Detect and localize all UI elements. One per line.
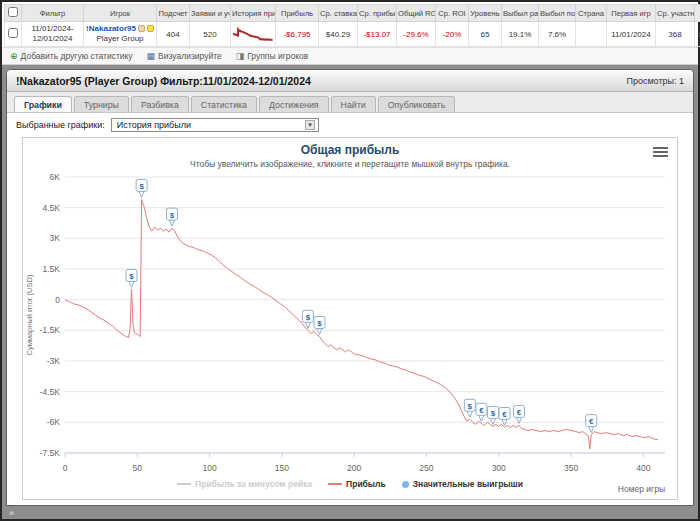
profit-line-chart[interactable]: 6K4.5K3K1.5K0-1.5K-3K-4.5K-6K-7.5K050100… [23,169,675,479]
avg-entrants-cell: 368 [656,22,695,47]
avg-roi-cell: -20% [436,22,469,47]
col-header-filter[interactable]: Фильтр [22,5,84,22]
views-counter: Просмотры: 1 [626,76,684,86]
svg-text:250: 250 [419,463,433,473]
tab-graphs[interactable]: Графики [14,96,72,112]
chart-menu-button[interactable] [653,145,668,159]
legend-item[interactable]: Прибыль [328,479,386,489]
svg-text:€: € [502,410,507,419]
add-statistic-button[interactable]: ⊕ Добавить другую статистику [10,51,133,61]
player-groups-button[interactable]: ◨ Группы игроков [236,51,309,61]
svg-text:150: 150 [275,463,289,473]
stats-section: Фильтр Игрок Подсчет Заявки и учас Истор… [2,2,698,47]
player-groups-label: Группы игроков [247,51,308,61]
chart-subtitle: Чтобы увеличить изображение, кликните и … [23,157,677,169]
player-link[interactable]: !Nakazator95 [86,24,136,33]
chart-legend: Прибыль за минусом рейкаПрибыльЗначитель… [23,479,677,494]
col-header-profit[interactable]: Прибыль [276,5,319,22]
visualize-label: Визуализируйте [158,51,222,61]
svg-text:$: $ [129,272,134,281]
tab-statistics[interactable]: Статистика [191,96,257,112]
col-header-total-roi[interactable]: Общий ROI [397,5,436,22]
legend-item[interactable]: Значительные выигрыши [402,479,523,489]
graph-selector-label: Выбранные графики: [16,120,105,130]
filter-date-from: 11/01/2024- [23,24,82,34]
visualize-button[interactable]: ▦ Визуализируйте [147,51,222,61]
table-header-row: Фильтр Игрок Подсчет Заявки и учас Истор… [5,5,700,22]
filter-cell: 11/01/2024- 12/01/2024 [22,22,84,47]
svg-text:0: 0 [63,463,68,473]
app-window: Фильтр Игрок Подсчет Заявки и учас Истор… [2,2,698,519]
svg-text:$: $ [139,182,144,191]
graph-selector-dropdown[interactable]: История прибыли ▾ [111,118,319,132]
svg-text:4.5K: 4.5K [43,203,61,213]
stats-table: Фильтр Игрок Подсчет Заявки и учас Истор… [4,4,700,47]
tab-publish[interactable]: Опубликовать [378,96,456,112]
col-header-avg-roi[interactable]: Ср. ROI [436,5,469,22]
tab-breakdown[interactable]: Разбивка [131,96,189,112]
svg-text:100: 100 [202,463,216,473]
col-header-entries[interactable]: Заявки и учас [190,5,231,22]
profit-sparkline[interactable] [232,27,274,42]
tab-achievements[interactable]: Достижения [259,96,329,112]
legend-dot-swatch [402,481,409,488]
tab-bar: Графики Турниры Разбивка Статистика Дост… [7,92,693,113]
legend-line-swatch [328,483,342,485]
svg-text:€: € [517,408,522,417]
col-header-avg-profit[interactable]: Ср. прибы [358,5,397,22]
svg-text:6K: 6K [50,172,61,182]
svg-text:300: 300 [492,463,506,473]
svg-text:-1.5K: -1.5K [40,325,61,335]
svg-text:-4.5K: -4.5K [40,387,61,397]
svg-text:$: $ [491,409,496,418]
svg-text:-3K: -3K [47,356,61,366]
elim-early-cell: 19.1% [502,22,539,47]
svg-text:$: $ [170,211,175,220]
svg-text:$: $ [468,402,473,411]
country-cell [576,22,607,47]
avg-stake-cell: $40.29 [319,22,358,47]
player-group-label: Player Group [85,34,155,44]
tab-find[interactable]: Найти [331,96,376,112]
total-roi-cell: -29.6% [397,22,436,47]
svg-text:-7.5K: -7.5K [40,448,61,458]
col-header-profit-history[interactable]: История прибы [231,5,276,22]
panel-header: !Nakazator95 (Player Group) Фильтр:11/01… [7,70,693,92]
svg-text:€: € [589,417,594,426]
profit-chart-card: Общая прибыль Чтобы увеличить изображени… [22,137,678,500]
toolbar: ⊕ Добавить другую статистику ▦ Визуализи… [2,47,698,65]
tab-tournaments[interactable]: Турниры [74,96,129,112]
row-checkbox[interactable] [8,28,18,38]
add-statistic-label: Добавить другую статистику [21,51,133,61]
col-header-country[interactable]: Страна [576,5,607,22]
chart-icon: ▦ [147,52,156,61]
select-all-checkbox[interactable] [8,7,18,17]
col-header-first-game[interactable]: Первая игр [607,5,656,22]
ability-cell: 65 [469,22,502,47]
col-header-count[interactable]: Подсчет [157,5,190,22]
player-cell: !Nakazator95 Player Group [84,22,157,47]
legend-line-swatch [177,483,191,485]
chart-title: Общая прибыль [23,138,677,157]
svg-text:200: 200 [347,463,361,473]
col-header-close [695,5,700,22]
chevron-down-icon: ▾ [305,120,315,130]
panel-title: !Nakazator95 (Player Group) Фильтр:11/01… [16,75,311,87]
collapse-button[interactable]: » [9,508,14,518]
plus-icon: ⊕ [10,52,18,61]
col-header-avg-stake[interactable]: Ср. ставка [319,5,358,22]
sparkline-cell[interactable] [231,22,276,47]
svg-text:€: € [479,406,484,415]
col-header-elim-early[interactable]: Выбыл ран [502,5,539,22]
svg-text:-6K: -6K [47,417,61,427]
svg-text:1.5K: 1.5K [43,264,61,274]
col-header-avg-entrants[interactable]: Ср. участн [656,5,695,22]
svg-text:400: 400 [636,463,650,473]
col-header-elim-late[interactable]: Выбыл поз [539,5,576,22]
legend-item[interactable]: Прибыль за минусом рейка [177,479,312,489]
filter-date-to: 12/01/2024 [23,34,82,44]
note-icon[interactable] [147,25,154,32]
col-header-player[interactable]: Игрок [84,5,157,22]
thumbs-up-icon[interactable] [138,25,145,32]
col-header-ability[interactable]: Уровень [469,5,502,22]
